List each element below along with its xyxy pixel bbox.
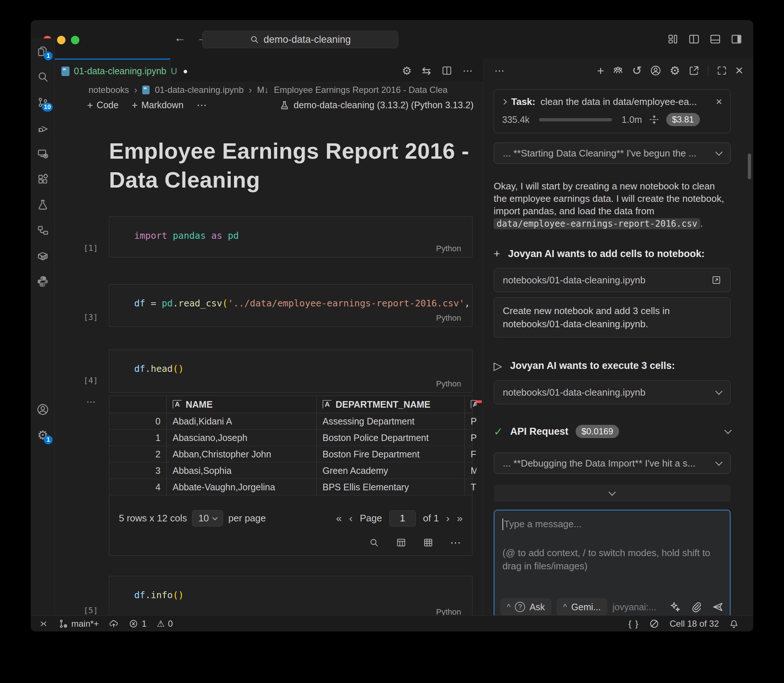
- cell-truncated: F: [465, 446, 476, 462]
- sync-changes-button[interactable]: [109, 619, 119, 628]
- bell-icon[interactable]: [729, 619, 739, 628]
- sidebar-item-account[interactable]: [31, 397, 55, 422]
- breadcrumb-folder[interactable]: notebooks: [88, 85, 129, 95]
- close-panel-icon[interactable]: ×: [735, 63, 743, 78]
- do-not-disturb-icon[interactable]: [649, 619, 659, 629]
- next-page-icon[interactable]: ›: [446, 513, 449, 524]
- model-select-button[interactable]: ^ Gemi...: [556, 598, 608, 616]
- dense-grid-icon[interactable]: [423, 537, 433, 548]
- prev-page-icon[interactable]: ‹: [349, 513, 353, 524]
- collapsed-message[interactable]: ... **Debugging the Data Import** I've h…: [494, 453, 731, 474]
- git-branch-indicator[interactable]: main*+: [59, 619, 99, 629]
- page-number-input[interactable]: 1: [390, 510, 416, 526]
- execution-count: [4]: [83, 376, 98, 385]
- cell-more-actions-icon[interactable]: ⋯: [86, 396, 96, 408]
- cell-language[interactable]: Python: [436, 607, 462, 616]
- sparkles-icon[interactable]: [669, 601, 681, 613]
- open-external-icon[interactable]: [711, 275, 721, 285]
- close-task-icon[interactable]: ×: [716, 95, 722, 108]
- column-header-department[interactable]: A DEPARTMENT_NAME: [317, 396, 465, 413]
- markdown-symbol-icon: M↓: [257, 85, 269, 95]
- sidebar-item-settings[interactable]: ⚙ 1: [31, 422, 55, 448]
- sidebar-item-pipelines[interactable]: [31, 218, 55, 243]
- tab-01-data-cleaning[interactable]: 01-data-cleaning.ipynb U ●: [55, 58, 170, 83]
- remote-indicator[interactable]: [39, 619, 48, 628]
- cell-language[interactable]: Python: [436, 244, 462, 253]
- scroll-to-bottom-bar[interactable]: [494, 485, 731, 502]
- agents-icon[interactable]: [612, 65, 624, 76]
- compare-icon[interactable]: ⇆: [422, 64, 431, 77]
- back-icon[interactable]: ←: [174, 31, 186, 45]
- file-path: notebooks/01-data-cleaning.ipynb: [503, 274, 705, 286]
- cell-language[interactable]: Python: [436, 379, 462, 389]
- zoom-window-button[interactable]: [71, 36, 79, 44]
- sidebar-item-run-debug[interactable]: [31, 115, 55, 141]
- cell-language[interactable]: Python: [436, 313, 462, 323]
- sidebar-item-remote-explorer[interactable]: [31, 141, 55, 166]
- unsaved-dot-icon[interactable]: ●: [183, 67, 188, 76]
- notebook-file-select[interactable]: notebooks/01-data-cleaning.ipynb: [494, 380, 731, 404]
- context-progress-bar: [539, 118, 612, 121]
- sidebar-item-python[interactable]: [31, 269, 55, 294]
- sidebar-item-extensions[interactable]: [31, 166, 55, 192]
- attach-file-icon[interactable]: [690, 601, 702, 613]
- kernel-picker[interactable]: demo-data-cleaning (3.13.2) (Python 3.13…: [280, 100, 473, 111]
- sidebar-item-source-control[interactable]: 10: [31, 90, 55, 115]
- problems-warnings[interactable]: ⚠ 0: [157, 619, 173, 629]
- add-code-cell-button[interactable]: + Code: [87, 99, 119, 111]
- send-icon[interactable]: [712, 601, 724, 613]
- explorer-badge: 1: [44, 51, 53, 60]
- customize-layout-icon[interactable]: [667, 33, 679, 45]
- code-editor[interactable]: df = pd.read_csv('../data/employee-earni…: [109, 284, 473, 327]
- split-editor-icon[interactable]: [441, 65, 452, 76]
- grid-view-icon[interactable]: [396, 537, 406, 548]
- code-editor[interactable]: df.info() Python: [109, 576, 473, 616]
- cell-name: Abbate-Vaughn,Jorgelina: [167, 479, 317, 495]
- fullscreen-icon[interactable]: [717, 65, 727, 76]
- code-editor[interactable]: import pandas as pd Python: [109, 216, 473, 257]
- column-header-name[interactable]: A NAME: [167, 396, 317, 413]
- account-icon[interactable]: [650, 65, 662, 76]
- sidebar-item-containers[interactable]: [31, 243, 55, 269]
- page-size-select[interactable]: 10: [192, 510, 223, 526]
- toggle-panel-icon[interactable]: [709, 33, 721, 45]
- toggle-primary-sidebar-icon[interactable]: [688, 33, 700, 45]
- scrollbar-thumb[interactable]: [748, 154, 751, 179]
- gear-icon[interactable]: ⚙: [402, 64, 412, 77]
- compact-context-icon[interactable]: [649, 114, 660, 125]
- mode-select-button[interactable]: ^ ? Ask: [500, 598, 552, 616]
- problems-errors[interactable]: 1: [129, 619, 146, 629]
- column-header-truncated[interactable]: A: [465, 396, 476, 413]
- notebook-file-card[interactable]: notebooks/01-data-cleaning.ipynb: [494, 268, 731, 292]
- open-in-editor-icon[interactable]: [688, 65, 700, 76]
- code-editor[interactable]: df.head() Python: [109, 350, 473, 393]
- new-chat-icon[interactable]: +: [597, 64, 604, 78]
- chevron-right-icon[interactable]: [502, 99, 507, 104]
- sidebar-item-explorer[interactable]: 1: [31, 38, 55, 64]
- more-actions-icon[interactable]: ⋯: [463, 65, 473, 77]
- message-input[interactable]: Type a message... (@ to add context, / t…: [494, 510, 731, 616]
- breadcrumb-file[interactable]: 01-data-cleaning.ipynb: [155, 85, 244, 95]
- last-page-icon[interactable]: »: [457, 513, 463, 524]
- panel-more-icon[interactable]: ⋯: [494, 65, 505, 77]
- braces-indicator[interactable]: { }: [628, 619, 639, 629]
- minimize-window-button[interactable]: [57, 36, 66, 44]
- gear-icon[interactable]: ⚙: [670, 64, 680, 77]
- sidebar-item-testing[interactable]: [31, 192, 55, 218]
- api-request-row[interactable]: ✓ API Request $0.0169: [494, 425, 731, 438]
- sidebar-item-search[interactable]: [31, 64, 55, 90]
- command-center-search[interactable]: demo-data-cleaning: [202, 31, 398, 48]
- add-markdown-cell-button[interactable]: + Markdown: [131, 99, 184, 111]
- search-table-icon[interactable]: [369, 537, 379, 548]
- page-size-value: 10: [198, 513, 209, 524]
- cell-indicator[interactable]: Cell 18 of 32: [670, 619, 719, 629]
- toggle-secondary-sidebar-icon[interactable]: [731, 33, 742, 45]
- first-page-icon[interactable]: «: [336, 513, 342, 524]
- task-card[interactable]: Task: clean the data in data/employee-ea…: [494, 89, 731, 133]
- output-more-icon[interactable]: ⋯: [450, 536, 461, 549]
- history-icon[interactable]: ↺: [632, 64, 642, 77]
- breadcrumb-heading[interactable]: Employee Earnings Report 2016 - Data Cle…: [274, 85, 447, 95]
- collapsed-message[interactable]: ... **Starting Data Cleaning** I've begu…: [494, 143, 731, 164]
- code-cell-4: [5] df.info() Python: [55, 576, 483, 616]
- toolbar-more-icon[interactable]: ⋯: [197, 99, 207, 111]
